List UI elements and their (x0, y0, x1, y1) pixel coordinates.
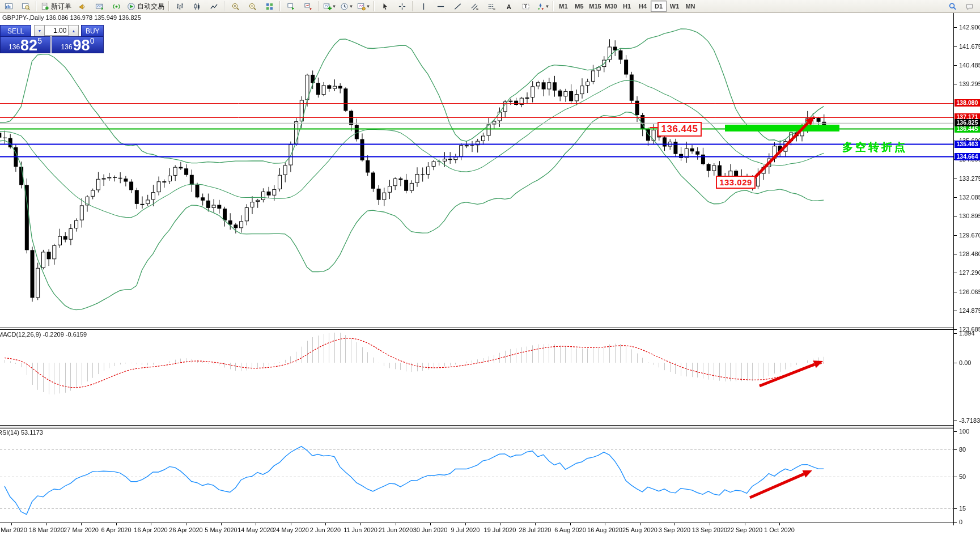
hline-button[interactable] (432, 0, 448, 12)
autotrade-icon (127, 2, 135, 11)
price-line-label: 138.080 (954, 99, 980, 107)
zoom-out-button[interactable] (244, 0, 260, 12)
signal-button[interactable] (108, 0, 124, 12)
sell-button[interactable]: SELL (0, 25, 31, 37)
text-label-button[interactable]: T (517, 0, 533, 12)
buy-button[interactable]: BUY (81, 25, 104, 37)
templates-button[interactable]: ▾ (355, 0, 371, 12)
auto-arrange-button[interactable] (283, 0, 299, 12)
date-axis-tick (256, 523, 256, 525)
date-axis-tick (745, 523, 745, 525)
volume-decrease-button[interactable]: ▼ (34, 25, 45, 37)
horn-button[interactable] (74, 0, 90, 12)
channel-icon: E (470, 2, 479, 11)
date-axis-tick (360, 523, 361, 525)
date-axis-label: 16 Aug 2020 (587, 526, 622, 533)
price-note-136445[interactable]: 136.445 (657, 122, 702, 137)
price-axis-tick (953, 27, 957, 28)
dropdown-caret-icon: ▾ (367, 3, 370, 9)
text-icon: A (504, 2, 513, 11)
date-axis-label: 27 Mar 2020 (63, 526, 99, 533)
price-note-133029[interactable]: 133.029 (716, 176, 756, 189)
timeframe-w1-button[interactable]: W1 (667, 1, 682, 12)
dropdown-caret-icon: ▾ (546, 3, 549, 9)
cursor-button[interactable] (377, 0, 393, 12)
chart-window-button[interactable] (1, 0, 16, 12)
panel-divider (0, 523, 953, 523)
chat-button[interactable] (961, 0, 977, 12)
shapes-button[interactable]: ▾ (534, 0, 550, 12)
date-axis-label: 14 May 2020 (237, 526, 274, 533)
line-chart-button[interactable] (206, 0, 222, 12)
bar-chart-icon (176, 2, 184, 11)
new-order-icon (41, 2, 49, 11)
date-axis-tick (291, 523, 291, 525)
price-axis-tick-label: 128.480 (959, 250, 980, 257)
track-chart-button[interactable] (300, 0, 316, 12)
channel-button[interactable]: E (466, 0, 482, 12)
date-axis-tick (116, 523, 117, 525)
rsi-axis-tick-label: 15 (959, 505, 966, 512)
zoom-out-icon (248, 2, 257, 11)
tile-windows-button[interactable] (261, 0, 277, 12)
date-axis-tick (46, 523, 47, 525)
timeframe-h4-button[interactable]: H4 (635, 1, 651, 12)
ask-pips: 98 (73, 39, 90, 52)
zoom-in-icon (231, 2, 240, 11)
timeframe-h1-button[interactable]: H1 (619, 1, 635, 12)
date-axis-label: 24 May 2020 (273, 526, 309, 533)
chart-publish-button[interactable] (91, 0, 107, 12)
price-axis-tick-label: 139.295 (959, 80, 980, 87)
toolbar-right-icons (944, 0, 978, 12)
date-axis-tick (221, 523, 222, 525)
price-axis-tick (953, 179, 957, 179)
volume-increase-button[interactable]: ▲ (68, 25, 79, 37)
periods-button[interactable]: ▾ (338, 0, 354, 12)
timeframe-m5-button[interactable]: M5 (571, 1, 587, 12)
bar-chart-button[interactable] (172, 0, 188, 12)
new-order-button[interactable]: 新订单 (39, 0, 73, 12)
chart-canvas[interactable] (0, 12, 980, 535)
macd-axis-tick-label: -3.7183 (959, 417, 980, 424)
timeframe-mn-button[interactable]: MN (682, 1, 698, 12)
ask-price[interactable]: 136 98 0 (52, 36, 104, 53)
price-axis-tick-label: 129.670 (959, 232, 980, 239)
bid-price[interactable]: 136 82 5 (0, 36, 50, 53)
track-chart-icon (304, 2, 312, 11)
text-button[interactable]: A (500, 0, 516, 12)
rsi-header: RSI(14) 53.1173 (0, 429, 43, 436)
bid-pipette: 5 (37, 37, 42, 45)
timeframe-m15-button[interactable]: M15 (587, 1, 603, 12)
svg-text:A: A (506, 3, 511, 10)
date-axis-label: 1 Oct 2020 (764, 526, 795, 533)
volume-input[interactable] (45, 25, 68, 36)
trendline-button[interactable] (449, 0, 465, 12)
price-axis-tick-label: 142.900 (959, 24, 980, 31)
vline-button[interactable] (415, 0, 431, 12)
indicators-button[interactable]: ▾ (321, 0, 337, 12)
vline-icon (419, 2, 428, 11)
data-window-button[interactable] (18, 0, 33, 12)
fibonacci-button[interactable]: F (483, 0, 499, 12)
date-axis-label: 5 May 2020 (205, 526, 237, 533)
date-axis-tick (674, 523, 675, 525)
date-axis-label: 16 Apr 2020 (134, 526, 167, 533)
ask-pipette: 0 (90, 37, 95, 45)
new-order-label: 新订单 (51, 2, 71, 11)
toolbar-separator (168, 1, 169, 11)
crosshair-button[interactable] (394, 0, 410, 12)
timeframe-d1-button[interactable]: D1 (651, 1, 667, 12)
search-button[interactable] (944, 0, 960, 12)
bid-pips: 82 (20, 39, 37, 52)
date-axis-tick (81, 523, 82, 525)
autotrade-button[interactable]: 自动交易 (125, 0, 166, 12)
candle-chart-button[interactable] (189, 0, 205, 12)
timeframe-m30-button[interactable]: M30 (603, 1, 619, 12)
price-axis-tick (953, 329, 957, 330)
macd-header: MACD(12,26,9) -0.2209 -0.6159 (0, 331, 87, 338)
timeframe-m1-button[interactable]: M1 (555, 1, 571, 12)
svg-text:F: F (493, 7, 495, 11)
zoom-in-button[interactable] (227, 0, 243, 12)
toolbar-separator (412, 1, 413, 11)
date-axis-label: 2 Jun 2020 (310, 526, 341, 533)
